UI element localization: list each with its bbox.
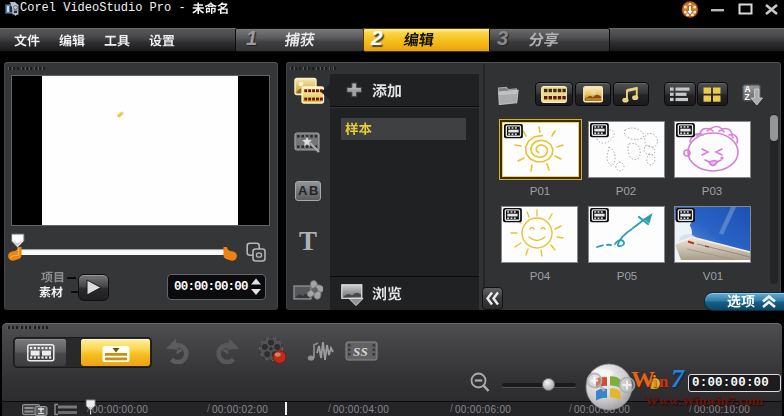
svg-text:Z: Z (745, 92, 750, 102)
svg-text:S: S (361, 344, 368, 359)
svg-text:S: S (353, 344, 360, 359)
